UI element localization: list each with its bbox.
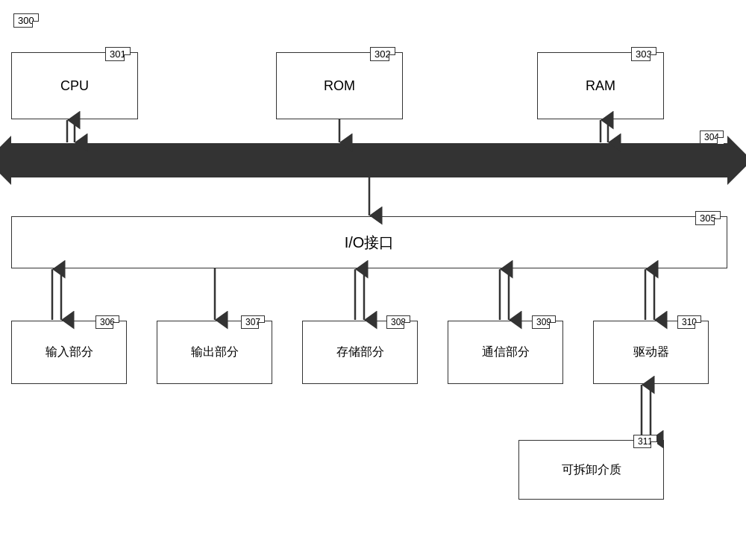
driver-badge: 310 <box>677 315 701 329</box>
bus-left-arrow <box>0 136 11 185</box>
diagram: 300 CPU 301 ROM 302 RAM 303 I/O接口 305 输入… <box>0 0 746 560</box>
input-badge: 306 <box>95 315 119 329</box>
arrows-svg <box>0 0 746 560</box>
diagram-label-300: 300 <box>13 13 39 28</box>
media-badge: 311 <box>633 435 657 448</box>
bus-right-arrow <box>727 136 746 185</box>
rom-badge: 302 <box>370 47 395 61</box>
storage-badge: 308 <box>386 315 410 329</box>
bus-badge: 304 <box>700 130 724 144</box>
bus-body <box>11 143 727 177</box>
io-badge: 305 <box>695 211 721 225</box>
ram-badge: 303 <box>631 47 656 61</box>
output-badge: 307 <box>241 315 265 329</box>
cpu-badge: 301 <box>105 47 131 61</box>
comm-badge: 309 <box>532 315 556 329</box>
